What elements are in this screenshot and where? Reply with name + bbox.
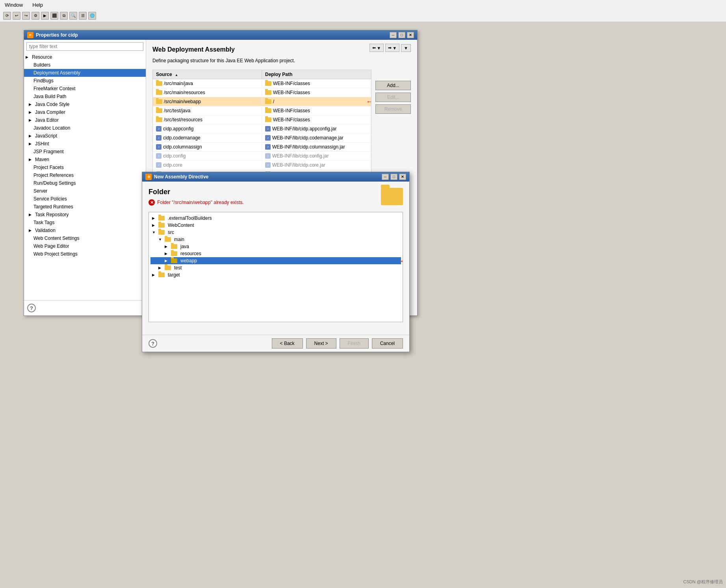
left-nav-panel: ▶ Resource Builders Deployment Assembly … [24,40,146,315]
table-row[interactable]: J cidp.appconfig J WEB-INF/lib/cidp.appc… [153,124,371,134]
project-references-label: Project References [33,173,74,178]
deployment-assembly-label: Deployment Assembly [33,70,80,76]
directive-maximize[interactable]: □ [390,174,397,180]
nav-item-validation[interactable]: ▶ Validation [24,226,146,234]
table-row[interactable]: Jcidp.config JWEB-INF/lib/cidp.config.ja… [153,152,371,161]
tree-item-webcontent[interactable]: ▶ WebContent [150,222,401,229]
directive-title: New Assembly Directive [154,174,208,180]
nav-item-server[interactable]: Server [24,187,146,195]
folder-icon [265,99,271,104]
folder-icon [165,237,171,242]
toolbar-icon-10[interactable]: 🌐 [88,12,96,20]
jar-icon: J [265,162,271,168]
toolbar-icon-9[interactable]: ☰ [79,12,87,20]
table-row[interactable]: /src/test/resources WEB-INF/classes [153,115,371,124]
nav-item-service-policies[interactable]: Service Policies [24,195,146,203]
table-row[interactable]: J cidp.columnassign J WEB-INF/lib/cidp.c… [153,143,371,152]
table-row[interactable]: Jcidp.core JWEB-INF/lib/cidp.core.jar [153,161,371,170]
properties-titlebar[interactable]: P Properties for cidp ─ □ ✕ [24,30,417,40]
tree-item-test[interactable]: ▶ test [150,264,401,271]
remove-button[interactable]: Remove [375,104,411,114]
finish-button[interactable]: Finish [340,338,369,349]
nav-item-web-page-editor[interactable]: Web Page Editor [24,242,146,250]
folder-icon [171,251,177,256]
maximize-button[interactable]: □ [398,32,405,38]
nav-tree: ▶ Resource Builders Deployment Assembly … [24,53,146,300]
toolbar-icon-3[interactable]: ↪ [22,12,30,20]
nav-item-web-content-settings[interactable]: Web Content Settings [24,234,146,242]
dialog-help-button[interactable]: ? [149,339,157,348]
menu-help[interactable]: Help [31,1,45,9]
directive-close[interactable]: ✕ [399,174,406,180]
tree-item-java[interactable]: ▶ java [150,243,401,250]
toolbar-icon-6[interactable]: ⬛ [50,12,58,20]
help-button[interactable]: ? [27,304,36,312]
nav-item-javascript[interactable]: ▶ JavaScript [24,132,146,140]
toolbar-icon-2[interactable]: ↩ [13,12,20,20]
tree-item-src[interactable]: ▼ src [150,229,401,236]
edit-button[interactable]: Edit... [375,93,411,102]
filter-input[interactable] [26,42,143,51]
folder-icon [158,230,165,235]
jar-icon: J [156,153,162,159]
tree-item-resources[interactable]: ▶ resources [150,250,401,257]
directive-titlebar[interactable]: ⚙ New Assembly Directive ─ □ ✕ [142,172,409,182]
nav-item-builders[interactable]: Builders [24,61,146,69]
directive-minimize[interactable]: ─ [382,174,389,180]
toolbar-icon-1[interactable]: ⟳ [3,12,11,20]
nav-item-javadoc[interactable]: Javadoc Location [24,124,146,132]
th-source[interactable]: Source ▲ [153,70,262,79]
next-button[interactable]: Next > [306,338,336,349]
close-button[interactable]: ✕ [407,32,414,38]
nav-item-java-editor[interactable]: ▶ Java Editor [24,116,146,124]
tree-item-external[interactable]: ▶ .externalToolBuilders [150,215,401,222]
nav-item-jshint[interactable]: ▶ JSHint [24,140,146,148]
nav-item-task-repository[interactable]: ▶ Task Repository [24,211,146,219]
nav-item-project-facets[interactable]: Project Facets [24,163,146,171]
table-row[interactable]: J cidp.codemanage J WEB-INF/lib/cidp.cod… [153,134,371,143]
nav-menu-button[interactable]: ▼ [401,44,411,52]
minimize-button[interactable]: ─ [390,32,397,38]
web-page-editor-label: Web Page Editor [33,243,69,249]
section-desc: Define packaging structure for this Java… [152,58,411,63]
table-row[interactable]: /src/main/java WEB-INF/classes [153,79,371,88]
nav-item-java-code-style[interactable]: ▶ Java Code Style [24,100,146,108]
back-button[interactable]: < Back [272,338,303,349]
red-arrow-1: ← [366,98,371,106]
jar-icon: J [156,162,162,168]
tree-item-webapp[interactable]: ▶ webapp ← [150,257,401,264]
tree-item-main[interactable]: ▼ main [150,236,401,243]
nav-item-freemarker[interactable]: FreeMarker Context [24,85,146,93]
nav-item-run-debug[interactable]: Run/Debug Settings [24,179,146,187]
nav-back-button[interactable]: ⬅▼ [369,44,384,52]
folder-icon [171,258,177,263]
nav-item-targeted-runtimes[interactable]: Targeted Runtimes [24,203,146,211]
table-row-highlighted[interactable]: /src/main/webapp / ← [153,97,371,106]
cancel-button[interactable]: Cancel [372,338,403,349]
nav-item-resource[interactable]: ▶ Resource [24,53,146,61]
tree-item-target[interactable]: ▶ target [150,271,401,278]
table-row[interactable]: /src/test/java WEB-INF/classes [153,106,371,115]
nav-forward-button[interactable]: ➡▼ [385,44,399,52]
properties-title: Properties for cidp [36,32,78,38]
folder-icon [265,90,271,95]
jar-icon: J [265,153,271,159]
nav-item-findbugs[interactable]: FindBugs [24,77,146,85]
nav-item-java-build-path[interactable]: Java Build Path [24,93,146,100]
table-row[interactable]: /src/main/resources WEB-INF/classes [153,88,371,97]
add-button[interactable]: Add... [375,81,411,90]
folder-tree[interactable]: ▶ .externalToolBuilders ▶ WebContent ▼ s… [149,212,403,322]
nav-item-java-compiler[interactable]: ▶ Java Compiler [24,108,146,116]
toolbar-icon-8[interactable]: 🔍 [69,12,77,20]
menu-window[interactable]: Window [3,1,24,9]
toolbar-icon-5[interactable]: ▶ [41,12,49,20]
toolbar-icon-4[interactable]: ⚙ [32,12,39,20]
nav-item-task-tags[interactable]: Task Tags [24,219,146,226]
nav-item-maven[interactable]: ▶ Maven [24,156,146,163]
folder-icon [265,117,271,122]
nav-item-deployment-assembly[interactable]: Deployment Assembly [24,69,146,77]
nav-item-web-project-settings[interactable]: Web Project Settings [24,250,146,258]
nav-item-jsp-fragment[interactable]: JSP Fragment [24,148,146,156]
nav-item-project-references[interactable]: Project References [24,171,146,179]
toolbar-icon-7[interactable]: ⧉ [60,12,68,20]
